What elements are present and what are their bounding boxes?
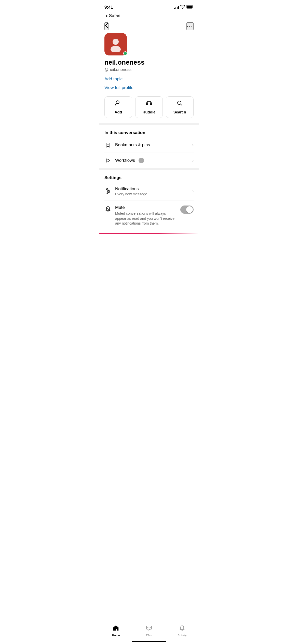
search-button-label: Search — [173, 110, 186, 114]
add-topic-link[interactable]: Add topic — [104, 77, 194, 82]
settings-section-title: Settings — [99, 170, 199, 182]
notifications-item[interactable]: Notifications Every new message › — [99, 182, 199, 200]
svg-rect-1 — [193, 6, 194, 8]
safari-bar: ◄ Safari — [99, 13, 199, 20]
notifications-icon — [104, 188, 112, 195]
online-indicator — [123, 51, 127, 55]
add-person-icon — [115, 100, 121, 108]
section-divider-2 — [99, 168, 199, 170]
nav-bar: ··· — [99, 20, 199, 33]
svg-rect-6 — [146, 104, 147, 105]
mute-item[interactable]: Mute Muted conversations will always app… — [99, 200, 199, 230]
safari-label: Safari — [109, 13, 120, 18]
conversation-section-title: In this conversation — [99, 125, 199, 137]
chevron-right-icon-3: › — [192, 189, 194, 194]
back-button[interactable] — [104, 22, 109, 30]
svg-point-3 — [113, 39, 119, 45]
mute-toggle[interactable] — [180, 206, 194, 214]
chevron-right-icon: › — [192, 143, 194, 147]
huddle-button-label: Huddle — [143, 110, 156, 114]
play-icon — [104, 157, 112, 164]
mute-label: Mute — [115, 205, 177, 210]
workflows-item[interactable]: Workflows › — [99, 153, 199, 168]
notifications-subtitle: Every new message — [115, 192, 190, 196]
toggle-thumb — [186, 206, 193, 213]
bookmark-icon — [104, 141, 112, 149]
more-options-button[interactable]: ··· — [186, 22, 194, 30]
view-profile-link[interactable]: View full profile — [104, 85, 194, 90]
headphones-icon — [146, 100, 152, 108]
svg-rect-7 — [151, 104, 152, 105]
add-button-label: Add — [115, 110, 122, 114]
bookmarks-label: Bookmarks & pins — [115, 142, 190, 148]
settings-section: Settings Notifications Every new message… — [99, 170, 199, 234]
profile-handle: @neil.oneness — [104, 67, 194, 72]
workflows-badge — [139, 158, 144, 163]
profile-username: neil.oneness — [104, 58, 194, 66]
search-button[interactable]: Search — [166, 96, 194, 118]
svg-point-4 — [111, 46, 121, 52]
chevron-right-icon-2: › — [192, 158, 194, 163]
status-time: 9:41 — [104, 5, 113, 10]
mute-subtitle: Muted conversations will always appear a… — [115, 211, 177, 226]
conversation-section: In this conversation Bookmarks & pins › … — [99, 125, 199, 168]
status-bar: 9:41 — [99, 0, 199, 13]
notifications-label: Notifications — [115, 186, 190, 192]
svg-rect-2 — [187, 6, 192, 8]
workflows-label: Workflows — [115, 158, 190, 163]
bookmarks-pins-item[interactable]: Bookmarks & pins › — [99, 137, 199, 153]
huddle-button[interactable]: Huddle — [135, 96, 163, 118]
action-buttons: Add Huddle Search — [104, 96, 194, 118]
avatar-wrapper — [104, 33, 127, 55]
wifi-icon — [180, 5, 185, 10]
add-button[interactable]: Add — [104, 96, 132, 118]
bell-icon — [104, 206, 112, 213]
profile-section: neil.oneness @neil.oneness Add topic Vie… — [99, 33, 199, 123]
section-divider — [99, 123, 199, 125]
svg-rect-10 — [107, 191, 110, 193]
safari-back-icon: ◄ — [104, 14, 108, 18]
signal-icon — [174, 6, 179, 9]
status-icons — [174, 5, 194, 10]
search-icon — [177, 100, 183, 108]
battery-icon — [186, 5, 194, 10]
